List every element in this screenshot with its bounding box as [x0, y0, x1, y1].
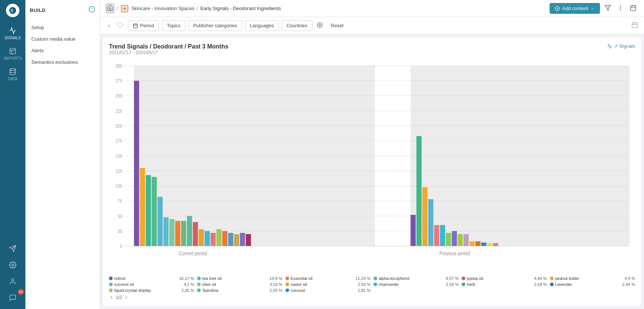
sidebar-item-user[interactable]: [0, 274, 25, 289]
legend-item-pct: 4,4 %: [625, 276, 635, 281]
chart-header: Trend Signals / Deodorant / Past 3 Month…: [109, 43, 635, 60]
notification-count: 24: [18, 289, 24, 295]
legend-item: Essential oil11,24 %: [285, 276, 371, 281]
breadcrumb-report-label: Early Signals - Deodorant Ingredients: [200, 6, 281, 11]
legend-color-dot: [550, 283, 554, 286]
svg-rect-70: [146, 175, 151, 246]
sidebar-item-send[interactable]: [0, 241, 25, 256]
breadcrumb-report[interactable]: Early Signals - Deodorant Ingredients: [200, 6, 281, 11]
svg-rect-79: [199, 229, 204, 246]
breadcrumb-skincare[interactable]: Skincare - Innovation Spaces: [120, 4, 194, 13]
legend-color-dot: [109, 277, 113, 280]
add-content-button[interactable]: Add content: [550, 3, 600, 14]
legend-color-dot: [462, 277, 465, 280]
svg-rect-104: [493, 243, 498, 246]
svg-text:50: 50: [118, 213, 122, 219]
svg-rect-84: [228, 233, 233, 246]
legend-item-name: Essential oil: [291, 276, 313, 281]
legend-item-name: Lavender: [555, 282, 572, 287]
info-icon[interactable]: [88, 6, 95, 14]
legend-item: jojoba oil4,84 %: [462, 276, 547, 281]
legend-color-dot: [373, 277, 377, 280]
svg-rect-71: [151, 177, 157, 246]
legend-item-name: tea tree oil: [202, 276, 221, 281]
nav-alerts[interactable]: Alerts: [30, 45, 95, 56]
legend-item-name: alpha-tocopherol: [379, 276, 409, 281]
reset-button[interactable]: Reset: [327, 21, 347, 31]
next-page-icon[interactable]: [124, 295, 129, 300]
svg-rect-89: [410, 66, 629, 246]
back-button[interactable]: ‹: [106, 21, 112, 31]
chart-title-block: Trend Signals / Deodorant / Past 3 Month…: [109, 43, 228, 60]
favorite-button[interactable]: [115, 20, 125, 31]
sidebar-bottom: 24: [0, 241, 25, 305]
legend-item: alpha-tocopherol9,57 %: [373, 276, 459, 281]
svg-rect-74: [169, 219, 175, 246]
svg-rect-94: [434, 225, 439, 246]
legend-item: retinol16,17 %: [109, 276, 194, 281]
svg-text:150: 150: [115, 153, 122, 159]
countries-button[interactable]: Countries: [282, 20, 312, 31]
topbar: / Skincare - Innovation Spaces / Early S…: [100, 0, 644, 17]
sidebar-item-signals[interactable]: SIGNALS: [0, 23, 25, 44]
publisher-categories-button[interactable]: Publisher categories: [188, 20, 242, 31]
legend-color-dot: [285, 277, 289, 280]
svg-rect-90: [410, 215, 416, 246]
app-logo[interactable]: S: [6, 4, 19, 17]
legend-item-pct: 2,44 %: [622, 282, 635, 287]
svg-rect-83: [222, 231, 228, 246]
filter-button[interactable]: [603, 3, 613, 14]
svg-point-21: [620, 7, 621, 8]
svg-text:100: 100: [115, 183, 122, 189]
period-button[interactable]: Period: [128, 20, 159, 31]
calendar-button[interactable]: [628, 3, 638, 14]
more-button[interactable]: [616, 3, 625, 14]
home-button[interactable]: [106, 4, 114, 13]
legend-item: coconut oil4,2 %: [109, 282, 194, 287]
legend-item-pct: 16,17 %: [179, 276, 194, 281]
target-button[interactable]: [315, 21, 324, 31]
sidebar-item-settings[interactable]: [0, 258, 25, 272]
page-indicator-wrap: 1/2: [109, 295, 635, 300]
nav-semantics[interactable]: Semantics exclusions: [30, 56, 95, 68]
svg-rect-68: [134, 81, 139, 246]
languages-button[interactable]: Languages: [245, 20, 279, 31]
sidebar-item-data[interactable]: DATA: [0, 64, 25, 85]
svg-rect-86: [240, 233, 245, 246]
svg-point-8: [12, 264, 14, 266]
svg-text:Current period: Current period: [179, 250, 207, 256]
calendar-icon-button[interactable]: [631, 22, 638, 29]
legend-item-pct: 14,8 %: [269, 276, 282, 281]
prev-page-icon[interactable]: [109, 295, 114, 300]
chart-date-range: 2021/02/17 - 2021/05/17: [109, 50, 228, 55]
legend-item: coconut1,81 %: [285, 288, 371, 293]
svg-point-9: [12, 279, 14, 281]
svg-rect-101: [475, 241, 481, 246]
legend-color-dot: [197, 277, 201, 280]
legend-item: olive oil3,18 %: [197, 282, 282, 287]
legend-color-dot: [550, 277, 554, 280]
legend-item-name: jojoba oil: [467, 276, 483, 281]
svg-rect-95: [440, 225, 445, 246]
svg-rect-93: [428, 199, 434, 246]
legend-item-name: castor oil: [291, 282, 307, 287]
breadcrumb-sep-2: /: [197, 6, 198, 12]
legend-item-pct: 2,93 %: [358, 282, 371, 287]
sidebar-item-reports[interactable]: REPORTS: [0, 44, 25, 64]
svg-text:225: 225: [115, 108, 122, 114]
breadcrumb: / Skincare - Innovation Spaces / Early S…: [106, 4, 547, 13]
chart-legend: retinol16,17 %tea tree oil14,8 %Essentia…: [109, 276, 635, 293]
build-header: BUILD: [30, 6, 95, 14]
nav-setup[interactable]: Setup: [30, 22, 95, 33]
page-indicator: 1/2: [116, 295, 122, 300]
signals-link[interactable]: ↗ Signals: [607, 43, 635, 49]
topics-button[interactable]: Topics: [162, 20, 185, 31]
svg-rect-97: [452, 231, 457, 246]
nav-custom-media[interactable]: Custom media value: [30, 33, 95, 45]
legend-item-pct: 2,59 %: [534, 282, 547, 287]
sidebar-item-notifications[interactable]: 24: [0, 290, 25, 305]
chart-title: Trend Signals / Deodorant / Past 3 Month…: [109, 43, 228, 50]
legend-item: tea tree oil14,8 %: [197, 276, 282, 281]
legend-item-pct: 1,81 %: [358, 288, 371, 293]
legend-color-dot: [285, 283, 289, 286]
